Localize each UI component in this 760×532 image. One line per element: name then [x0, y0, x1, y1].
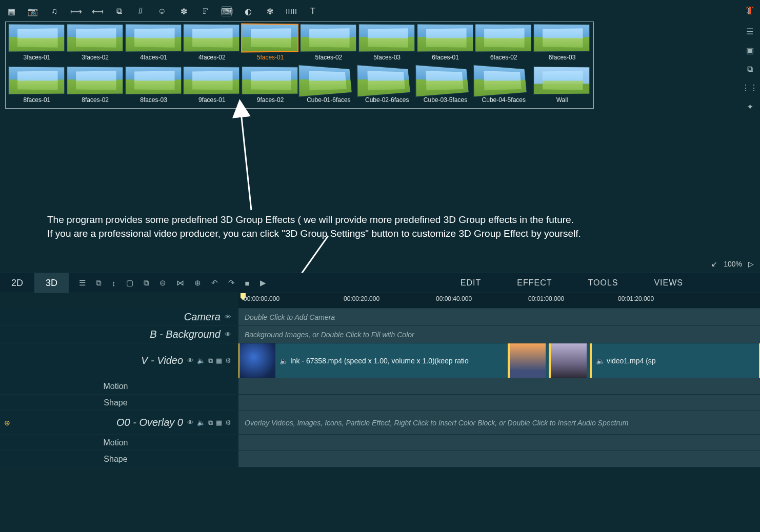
mirror-icon[interactable]: ⧉ [747, 65, 753, 74]
effect-label: 8faces-01 [24, 96, 51, 104]
effect-5faces-02[interactable]: 5faces-02 [301, 24, 357, 65]
crop-icon[interactable]: ▢ [126, 278, 133, 288]
menu-views[interactable]: VIEWS [654, 278, 683, 288]
track-overlay-body[interactable]: Overlay Videos, Images, Icons, Particle … [238, 411, 760, 434]
undo-icon[interactable]: ↶ [211, 278, 218, 288]
music-icon[interactable]: ♫ [49, 6, 59, 16]
track-motion-body[interactable] [238, 435, 760, 451]
track-shape-body[interactable] [238, 451, 760, 467]
track-shape-label: Shape [0, 451, 238, 467]
menu-tools[interactable]: TOOLS [588, 278, 618, 288]
smiley-icon[interactable]: ☺ [157, 6, 167, 16]
transition-in-icon[interactable]: ⟼ [71, 6, 81, 16]
zoom-status: ↙ 100% ▷ [0, 256, 760, 272]
snapshot-icon[interactable]: ⧉ [96, 278, 102, 288]
effect-cube-04-5faces[interactable]: Cube-04-5faces [475, 67, 532, 107]
tab-2d[interactable]: 2D [0, 273, 34, 293]
filter-icon[interactable]: ⧉ [114, 6, 124, 16]
effect-label: 5faces-01 [257, 54, 284, 61]
clip-video1[interactable]: 🔈 video1.mp4 (sp [591, 343, 760, 378]
eye-icon[interactable]: 👁 [225, 313, 231, 321]
effect-8faces-03[interactable]: 8faces-03 [126, 67, 182, 107]
effect-thumbnail [184, 24, 240, 52]
text-icon[interactable]: T [308, 6, 318, 16]
effect-cube-01-6faces[interactable]: Cube-01-6faces [301, 67, 357, 107]
track-video-body[interactable]: 🔈 Ink - 67358.mp4 (speed x 1.00, volume … [238, 343, 760, 378]
eye-icon[interactable]: 👁 [187, 419, 194, 427]
effect-label: 3faces-02 [82, 54, 109, 61]
tab-3d[interactable]: 3D [34, 273, 69, 293]
puzzle-icon[interactable]: ✾ [265, 6, 275, 16]
effect-3faces-01[interactable]: 3faces-01 [9, 24, 65, 65]
effect-3faces-02[interactable]: 3faces-02 [67, 24, 124, 65]
eye-icon[interactable]: 👁 [225, 331, 231, 338]
effect-label: Wall [556, 96, 568, 104]
effect-cube-03-5faces[interactable]: Cube-03-5faces [417, 67, 474, 107]
effect-6faces-03[interactable]: 6faces-03 [534, 24, 590, 65]
flower-icon[interactable]: ✽ [178, 6, 189, 16]
speaker-icon[interactable]: 🔈 [197, 357, 205, 365]
list-icon[interactable]: ☰ [79, 278, 86, 288]
zoom-in-icon[interactable]: ⊕ [194, 278, 201, 288]
clip-city[interactable] [550, 343, 591, 378]
sparkle-icon[interactable]: ✦ [747, 102, 753, 112]
copy-icon[interactable]: ⧉ [144, 278, 149, 288]
effect-thumbnail [67, 24, 123, 52]
link-icon[interactable]: ⋮⋮ [742, 83, 758, 93]
highlight-tool-icon[interactable]: 𝐓 [746, 4, 754, 17]
track-background-body[interactable]: Background Images, or Double Click to Fi… [238, 326, 760, 343]
contrast-icon[interactable]: ◐ [243, 6, 253, 16]
play-icon[interactable]: ▶ [260, 278, 266, 288]
fit-icon[interactable]: ↙ [711, 260, 717, 268]
grid-icon[interactable]: ▦ [6, 6, 16, 16]
gear-icon[interactable]: ⚙ [225, 419, 231, 427]
zoom-out-icon[interactable]: ⊖ [159, 278, 166, 288]
record-icon[interactable]: ⧉ [208, 419, 213, 427]
add-track-button[interactable]: ⊕ [4, 419, 10, 427]
effect-6faces-02[interactable]: 6faces-02 [475, 24, 532, 65]
effect-6faces-01[interactable]: 6faces-01 [417, 24, 474, 65]
effect-thumbnail [125, 24, 182, 52]
redo-icon[interactable]: ↷ [228, 278, 235, 288]
effect-cube-02-6faces[interactable]: Cube-02-6faces [359, 67, 415, 107]
clip-sunset[interactable] [509, 343, 550, 378]
track-camera-body[interactable]: Double Click to Add Camera [238, 309, 760, 325]
resize-icon[interactable]: ↕ [112, 279, 116, 288]
effect-4faces-01[interactable]: 4faces-01 [126, 24, 182, 65]
box-icon[interactable]: ▣ [746, 46, 754, 55]
link-icon[interactable]: ⋈ [176, 278, 184, 288]
camera-icon[interactable]: 📷 [28, 6, 38, 16]
hash-icon[interactable]: # [135, 6, 146, 16]
font-icon[interactable]: 𝙵 [200, 6, 210, 16]
menu-edit[interactable]: EDIT [461, 278, 481, 288]
menu-effect[interactable]: EFFECT [517, 278, 552, 288]
timeline-ruler[interactable]: 00:00:00.000 00:00:20.000 00:00:40.000 0… [238, 293, 760, 309]
track-shape-body[interactable] [238, 395, 760, 411]
effect-wall[interactable]: Wall [534, 67, 590, 107]
effect-9faces-02[interactable]: 9faces-02 [242, 67, 298, 107]
clip-ink[interactable]: 🔈 Ink - 67358.mp4 (speed x 1.00, volume … [238, 343, 509, 378]
group-icon[interactable]: ▦ [216, 357, 222, 365]
effect-9faces-01[interactable]: 9faces-01 [184, 67, 240, 107]
track-motion-label: Motion [0, 435, 238, 451]
effect-8faces-02[interactable]: 8faces-02 [67, 67, 124, 107]
keyboard-icon[interactable]: ⌨ [222, 6, 232, 16]
effect-5faces-01[interactable]: 5faces-01 [242, 24, 298, 65]
transition-out-icon[interactable]: ⟻ [92, 6, 103, 16]
record-icon[interactable]: ⧉ [208, 357, 213, 365]
play-preview-icon[interactable]: ▷ [748, 260, 754, 268]
track-video-motion: Motion [0, 378, 760, 395]
group-icon[interactable]: ▦ [216, 419, 222, 427]
effect-8faces-01[interactable]: 8faces-01 [9, 67, 65, 107]
eye-icon[interactable]: 👁 [187, 357, 194, 365]
speaker-icon[interactable]: 🔈 [197, 419, 205, 427]
track-motion-body[interactable] [238, 378, 760, 394]
effect-4faces-02[interactable]: 4faces-02 [184, 24, 240, 65]
stop-icon[interactable]: ■ [245, 279, 250, 288]
effect-label: 4faces-02 [198, 54, 226, 61]
effect-thumbnail [358, 24, 415, 52]
effect-5faces-03[interactable]: 5faces-03 [359, 24, 415, 65]
gear-icon[interactable]: ⚙ [225, 357, 231, 365]
bars-icon[interactable]: ııııı [286, 6, 296, 16]
layers-icon[interactable]: ☰ [746, 27, 753, 36]
